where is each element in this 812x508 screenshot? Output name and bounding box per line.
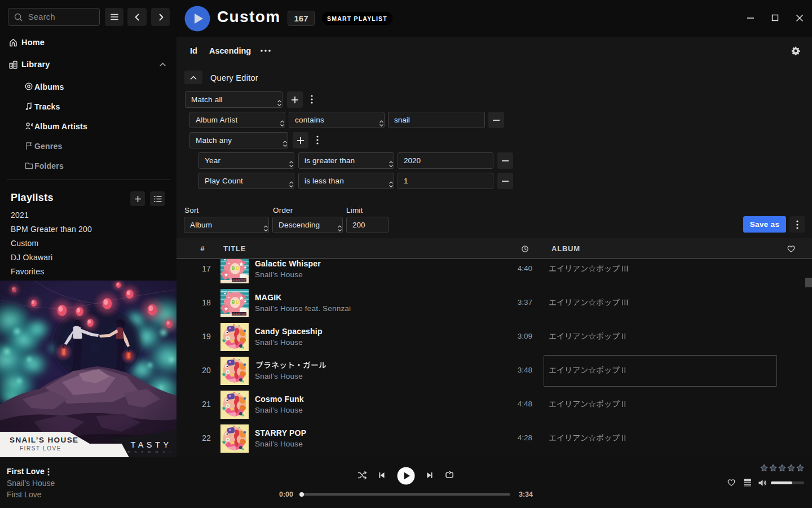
svg-text:FIRST LOVE: FIRST LOVE [20,445,61,452]
svg-text:TASTY: TASTY [130,440,171,449]
svg-text:SNAIL’S HOUSE: SNAIL’S HOUSE [10,436,78,444]
svg-text:B S T M M X I: B S T M M X I [127,450,173,454]
